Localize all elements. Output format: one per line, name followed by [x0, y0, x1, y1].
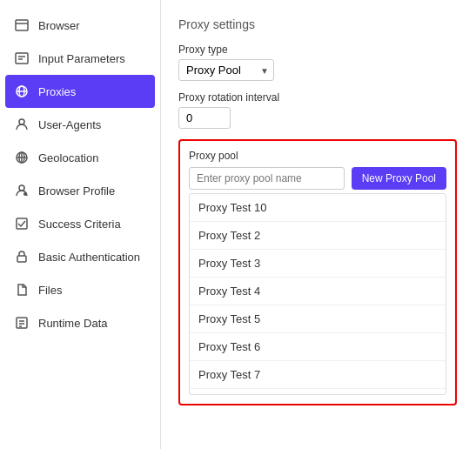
runtime-icon [14, 315, 30, 331]
svg-point-14 [23, 192, 27, 196]
proxy-type-select[interactable]: Proxy Pool None Single Proxy [178, 59, 274, 81]
proxy-rotation-input[interactable] [178, 107, 231, 129]
proxy-pool-header: New Proxy Pool [189, 167, 446, 190]
proxy-list: Proxy Test 10Proxy Test 2Proxy Test 3Pro… [190, 194, 446, 394]
lock-icon [14, 249, 30, 265]
sidebar-item-browser-label: Browser [38, 19, 80, 32]
browser-icon [14, 17, 30, 33]
geo-icon [14, 150, 30, 165]
sidebar-item-runtime-data-label: Runtime Data [38, 317, 107, 330]
sidebar-item-files-label: Files [38, 284, 62, 297]
sidebar-item-runtime-data[interactable]: Runtime Data [0, 306, 160, 339]
proxy-pool-container: Proxy pool New Proxy Pool Proxy Test 10P… [178, 139, 457, 405]
sidebar-item-browser-profile[interactable]: Browser Profile [0, 174, 160, 207]
proxy-pool-search-input[interactable] [189, 167, 345, 190]
sidebar-item-proxies[interactable]: Proxies [5, 75, 155, 108]
proxy-type-label: Proxy type [178, 44, 459, 56]
sidebar-item-browser[interactable]: Browser [0, 9, 160, 42]
sidebar-item-geolocation[interactable]: Geolocation [0, 141, 160, 174]
proxy-pool-label: Proxy pool [189, 150, 446, 162]
svg-point-8 [19, 119, 24, 124]
proxy-type-group: Proxy type Proxy Pool None Single Proxy … [178, 44, 459, 81]
sidebar-item-success-criteria-label: Success Criteria [38, 218, 121, 231]
sidebar-item-basic-auth[interactable]: Basic Authentication [0, 240, 160, 273]
svg-rect-16 [17, 256, 26, 262]
sidebar-item-files[interactable]: Files [0, 273, 160, 306]
proxy-rotation-group: Proxy rotation interval [178, 91, 459, 129]
sidebar: Browser Input Parameters Proxies [0, 0, 161, 449]
proxy-type-select-wrapper: Proxy Pool None Single Proxy ▼ [178, 59, 274, 81]
section-title: Proxy settings [178, 17, 459, 31]
proxy-list-item[interactable]: Proxy Test 8 [190, 389, 446, 394]
proxy-list-item[interactable]: Proxy Test 6 [190, 333, 446, 361]
proxy-rotation-label: Proxy rotation interval [178, 91, 459, 104]
proxies-icon [14, 84, 30, 99]
file-icon [14, 282, 30, 298]
proxy-list-item[interactable]: Proxy Test 2 [190, 222, 446, 250]
main-content: Proxy settings Proxy type Proxy Pool Non… [161, 0, 476, 449]
proxy-list-item[interactable]: Proxy Test 4 [190, 278, 446, 305]
sidebar-item-basic-auth-label: Basic Authentication [38, 251, 140, 264]
svg-rect-2 [16, 53, 28, 64]
sidebar-item-input-parameters[interactable]: Input Parameters [0, 42, 160, 75]
svg-point-13 [19, 185, 24, 191]
proxy-list-item[interactable]: Proxy Test 10 [190, 194, 446, 222]
proxy-list-item[interactable]: Proxy Test 5 [190, 305, 446, 333]
sidebar-item-input-label: Input Parameters [38, 52, 125, 65]
profile-icon [14, 183, 30, 198]
success-icon [14, 216, 30, 231]
sidebar-item-browser-profile-label: Browser Profile [38, 184, 115, 198]
svg-rect-0 [16, 20, 28, 30]
sidebar-item-user-agents[interactable]: User-Agents [0, 108, 160, 141]
sidebar-item-user-agents-label: User-Agents [38, 118, 101, 131]
proxy-list-item[interactable]: Proxy Test 3 [190, 250, 446, 278]
proxy-list-wrapper: Proxy Test 10Proxy Test 2Proxy Test 3Pro… [189, 193, 446, 395]
input-icon [14, 50, 30, 66]
sidebar-item-geolocation-label: Geolocation [38, 151, 98, 164]
new-proxy-pool-button[interactable]: New Proxy Pool [352, 167, 446, 190]
proxy-list-item[interactable]: Proxy Test 7 [190, 361, 446, 389]
sidebar-item-success-criteria[interactable]: Success Criteria [0, 207, 160, 240]
sidebar-item-proxies-label: Proxies [38, 85, 76, 98]
user-agents-icon [14, 117, 30, 132]
svg-rect-15 [17, 218, 27, 229]
